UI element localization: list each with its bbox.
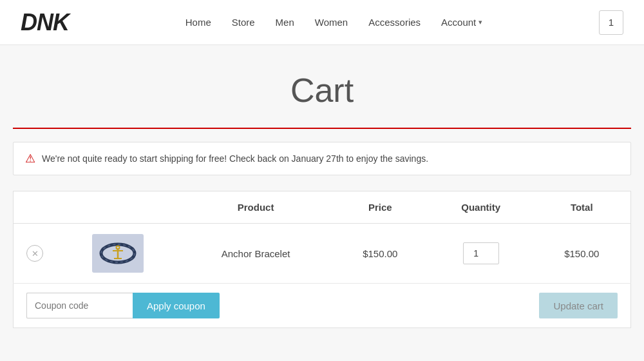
nav-women[interactable]: Women [315, 17, 348, 28]
quantity-input[interactable] [463, 242, 499, 264]
table-header-row: Product Price Quantity Total [14, 191, 631, 224]
header: DNK Home Store Men Women Accessories Acc… [0, 0, 644, 45]
table-row: ✕ [14, 224, 631, 284]
product-qty-cell [429, 224, 533, 284]
coupon-input[interactable] [26, 293, 133, 318]
col-image-header [56, 191, 180, 224]
nav-account[interactable]: Account ▾ [441, 17, 482, 28]
shipping-notice: ⚠ We're not quite ready to start shippin… [13, 142, 631, 175]
product-name: Anchor Bracelet [222, 248, 290, 259]
nav-men[interactable]: Men [276, 17, 294, 28]
apply-coupon-button[interactable]: Apply coupon [133, 293, 220, 318]
warning-icon: ⚠ [25, 151, 35, 166]
update-cart-button[interactable]: Update cart [539, 293, 618, 318]
product-total: $150.00 [564, 248, 599, 259]
product-name-cell: Anchor Bracelet [180, 224, 331, 284]
nav-store[interactable]: Store [232, 17, 255, 28]
bracelet-svg [93, 235, 142, 271]
nav-account-label[interactable]: Account [441, 17, 476, 28]
nav-home[interactable]: Home [185, 17, 211, 28]
cart-table: Product Price Quantity Total ✕ [13, 191, 631, 284]
cart-button[interactable]: 1 [599, 10, 623, 35]
account-chevron-icon: ▾ [478, 18, 482, 26]
main-content: Cart ⚠ We're not quite ready to start sh… [0, 45, 644, 361]
remove-cell: ✕ [14, 224, 57, 284]
product-total-cell: $150.00 [533, 224, 631, 284]
notice-text: We're not quite ready to start shipping … [42, 153, 428, 164]
col-product-header: Product [180, 191, 331, 224]
logo[interactable]: DNK [21, 9, 69, 36]
product-image-cell [56, 224, 180, 284]
product-image [92, 234, 144, 273]
red-divider [13, 128, 631, 129]
product-price-cell: $150.00 [332, 224, 429, 284]
col-quantity-header: Quantity [429, 191, 533, 224]
col-total-header: Total [533, 191, 631, 224]
cart-bottom-bar: Apply coupon Update cart [13, 284, 631, 328]
cart-count: 1 [609, 17, 614, 28]
product-price: $150.00 [363, 248, 397, 259]
page-title: Cart [13, 71, 631, 110]
col-remove-header [14, 191, 57, 224]
nav-accessories[interactable]: Accessories [368, 17, 421, 28]
col-price-header: Price [332, 191, 429, 224]
remove-item-button[interactable]: ✕ [26, 245, 43, 262]
coupon-section: Apply coupon [26, 293, 220, 318]
main-nav: Home Store Men Women Accessories Account… [185, 17, 483, 28]
